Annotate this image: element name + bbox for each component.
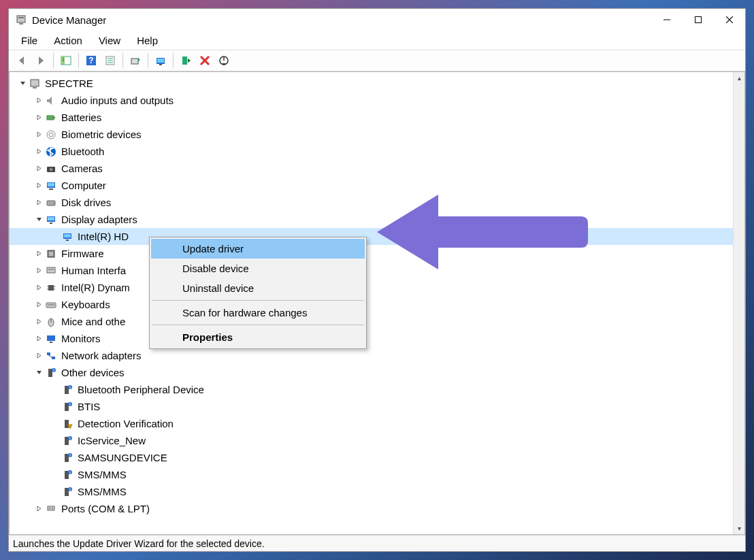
back-button[interactable] xyxy=(13,52,31,69)
tree-label: Mice and othe xyxy=(61,316,125,327)
forward-button[interactable] xyxy=(32,52,50,69)
tree-row[interactable]: Display adapters xyxy=(10,211,733,228)
expander-icon[interactable] xyxy=(50,436,60,446)
tree-label: Intel(R) HD xyxy=(78,231,129,242)
expander-icon[interactable] xyxy=(34,368,44,378)
properties-button[interactable] xyxy=(101,52,119,69)
expander-icon[interactable] xyxy=(34,351,44,361)
expander-icon[interactable] xyxy=(34,181,44,191)
expander-icon[interactable] xyxy=(34,266,44,276)
unknown-icon: ? xyxy=(61,452,73,464)
tree-row[interactable]: Network adapters xyxy=(10,347,733,364)
svg-text:?: ? xyxy=(88,56,93,65)
expander-icon[interactable] xyxy=(34,215,44,225)
tree-row[interactable]: ?Other devices xyxy=(10,364,733,381)
expander-icon[interactable] xyxy=(34,130,44,139)
menu-help[interactable]: Help xyxy=(130,32,165,49)
menu-view[interactable]: View xyxy=(92,32,127,49)
toolbar-sep xyxy=(53,53,54,68)
tree-row[interactable]: Firmware xyxy=(10,245,733,262)
context-menu-item[interactable]: Update driver xyxy=(151,239,365,259)
statusbar: Launches the Update Driver Wizard for th… xyxy=(9,535,745,551)
tree-row[interactable]: Biometric devices xyxy=(10,126,733,143)
root-icon xyxy=(29,78,41,90)
expander-icon[interactable] xyxy=(34,113,44,122)
show-hide-console-tree-button[interactable] xyxy=(57,52,75,69)
menu-file[interactable]: File xyxy=(14,32,44,49)
tree-row[interactable]: Ports (COM & LPT) xyxy=(10,500,733,517)
context-menu-item[interactable]: Uninstall device xyxy=(151,278,365,298)
expander-icon[interactable] xyxy=(34,96,44,105)
tree-label: Disk drives xyxy=(61,197,111,208)
scroll-down-arrow[interactable]: ▾ xyxy=(734,523,744,534)
tree-row[interactable]: ?IcService_New xyxy=(10,432,733,449)
svg-text:?: ? xyxy=(53,368,55,372)
tree-row[interactable]: ?SAMSUNGDEVICE xyxy=(10,449,733,466)
disable-device-button[interactable] xyxy=(215,52,233,69)
expander-icon[interactable] xyxy=(34,249,44,259)
tree-row[interactable]: Mice and othe xyxy=(10,313,733,330)
context-menu-item[interactable]: Properties xyxy=(151,327,365,347)
port-icon xyxy=(45,503,57,515)
tree-row[interactable]: ?Bluetooth Peripheral Device xyxy=(10,381,733,398)
tree-row[interactable]: Bluetooth xyxy=(10,143,733,160)
tree-row[interactable]: Keyboards xyxy=(10,296,733,313)
tree-row[interactable]: ?BTIS xyxy=(10,398,733,415)
update-driver-button[interactable] xyxy=(127,52,144,69)
svg-rect-19 xyxy=(157,59,164,63)
enable-device-button[interactable] xyxy=(177,52,195,69)
maximize-button[interactable] xyxy=(683,9,714,31)
minimize-button[interactable] xyxy=(651,9,683,31)
help-button[interactable]: ? xyxy=(82,52,100,69)
keyboard-icon xyxy=(45,299,57,311)
expander-icon[interactable] xyxy=(50,419,60,429)
expander-icon[interactable] xyxy=(50,487,60,497)
expander-icon[interactable] xyxy=(34,164,44,174)
tree-row[interactable]: Computer xyxy=(10,177,733,194)
tree-row[interactable]: ?SMS/MMS xyxy=(10,466,733,483)
expander-icon[interactable] xyxy=(34,317,44,327)
tree-row[interactable]: Disk drives xyxy=(10,194,733,211)
tree-label: Computer xyxy=(61,180,106,191)
tree-row[interactable]: !Detection Verification xyxy=(10,415,733,432)
expander-icon[interactable] xyxy=(34,334,44,344)
tree-row[interactable]: SPECTRE xyxy=(10,75,733,92)
vertical-scrollbar[interactable]: ▴ ▾ xyxy=(733,72,744,534)
tree-row[interactable]: Cameras xyxy=(10,160,733,177)
expander-icon[interactable] xyxy=(50,453,60,463)
tree-row[interactable]: Batteries xyxy=(10,109,733,126)
context-menu-item[interactable]: Scan for hardware changes xyxy=(151,303,365,323)
tree-row[interactable]: Human Interfa xyxy=(10,262,733,279)
tree-container: SPECTREAudio inputs and outputsBatteries… xyxy=(9,71,745,535)
expander-icon[interactable] xyxy=(50,470,60,480)
svg-rect-26 xyxy=(33,87,37,88)
hid-icon xyxy=(45,265,57,277)
tree-label: IcService_New xyxy=(78,435,146,446)
scroll-up-arrow[interactable]: ▴ xyxy=(734,72,744,84)
tree-row[interactable]: Monitors xyxy=(10,330,733,347)
tree-row[interactable]: ?SMS/MMS xyxy=(10,483,733,500)
uninstall-device-button[interactable] xyxy=(196,52,214,69)
expander-icon[interactable] xyxy=(34,504,44,514)
menu-action[interactable]: Action xyxy=(47,32,89,49)
expander-icon[interactable] xyxy=(18,79,27,88)
expander-icon[interactable] xyxy=(34,300,44,310)
tree-row[interactable]: Intel(R) HD xyxy=(10,228,733,245)
titlebar[interactable]: Device Manager xyxy=(9,9,745,31)
scan-hardware-button[interactable] xyxy=(152,52,169,69)
expander-icon[interactable] xyxy=(34,198,44,208)
expander-icon[interactable] xyxy=(50,402,60,412)
scroll-thumb[interactable] xyxy=(734,84,744,523)
svg-rect-28 xyxy=(54,117,55,118)
tree-row[interactable]: Intel(R) Dynam xyxy=(10,279,733,296)
chip-icon xyxy=(45,282,57,294)
expander-icon[interactable] xyxy=(50,385,60,395)
tree-row[interactable]: Audio inputs and outputs xyxy=(10,92,733,109)
context-menu-item[interactable]: Disable device xyxy=(151,259,365,278)
tree-label: Other devices xyxy=(61,367,125,378)
expander-icon[interactable] xyxy=(50,232,60,242)
expander-icon[interactable] xyxy=(34,147,44,157)
expander-icon[interactable] xyxy=(34,283,44,293)
device-tree[interactable]: SPECTREAudio inputs and outputsBatteries… xyxy=(10,72,733,534)
close-button[interactable] xyxy=(714,9,745,31)
